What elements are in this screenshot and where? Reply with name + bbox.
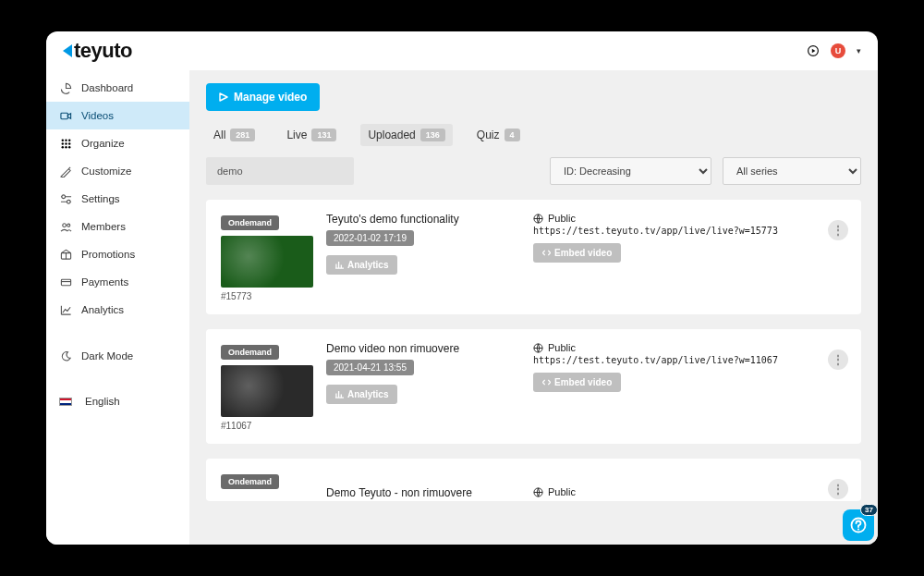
sidebar-item-label: Payments	[81, 276, 128, 288]
globe-icon	[533, 214, 543, 224]
globe-icon	[533, 343, 543, 353]
sidebar-item-customize[interactable]: Customize	[46, 157, 189, 185]
sidebar-item-label: Customize	[81, 165, 131, 177]
video-url: https://test.teyuto.tv/app/live/live?w=1…	[533, 226, 846, 236]
tab-count: 281	[230, 129, 255, 141]
video-icon	[59, 109, 72, 122]
members-icon	[59, 220, 72, 233]
video-card: Ondemand #11067 Demo video non rimuovere…	[206, 329, 861, 444]
tab-count: 131	[311, 129, 336, 141]
sidebar-item-settings[interactable]: Settings	[46, 185, 189, 213]
svg-point-8	[61, 146, 63, 148]
help-button[interactable]: 37	[843, 509, 874, 541]
code-icon	[542, 378, 551, 386]
svg-rect-16	[61, 279, 70, 286]
video-thumbnail[interactable]	[221, 365, 313, 417]
sidebar-item-organize[interactable]: Organize	[46, 129, 189, 157]
svg-point-6	[65, 142, 67, 144]
manage-video-label: Manage video	[234, 91, 307, 104]
more-menu-button[interactable]: ⋮	[828, 349, 848, 370]
card-thumbnail-col: Ondemand #11067	[221, 342, 313, 431]
svg-point-11	[61, 194, 65, 198]
series-select[interactable]: All series	[723, 157, 861, 185]
more-menu-button[interactable]: ⋮	[828, 220, 848, 240]
embed-button[interactable]: Embed video	[533, 243, 621, 263]
video-title: Demo video non rimuovere	[326, 342, 520, 355]
svg-rect-1	[60, 113, 67, 119]
brand-logo[interactable]: teyuto	[63, 39, 132, 63]
help-icon	[850, 517, 867, 533]
tab-uploaded[interactable]: Uploaded 136	[360, 124, 452, 146]
help-count-badge: 37	[860, 504, 878, 516]
tab-live[interactable]: Live 131	[279, 124, 344, 146]
user-avatar[interactable]: U	[831, 43, 845, 58]
globe-icon	[533, 487, 543, 497]
analytics-icon	[59, 303, 72, 316]
svg-point-5	[61, 142, 63, 144]
video-thumbnail[interactable]	[221, 236, 313, 288]
filter-tabs: All 281 Live 131 Uploaded 136 Quiz 4	[206, 124, 861, 146]
analytics-button[interactable]: Analytics	[326, 255, 397, 275]
card-info-col: Demo Teyuto - non rimuovere	[326, 472, 520, 499]
svg-point-9	[65, 146, 67, 148]
svg-point-13	[62, 223, 66, 227]
svg-point-3	[65, 139, 67, 141]
sidebar-item-promotions[interactable]: Promotions	[46, 240, 189, 268]
settings-icon	[59, 192, 72, 205]
customize-icon	[59, 165, 72, 178]
payments-icon	[59, 276, 72, 288]
tab-label: Live	[286, 129, 307, 141]
visibility-row: Public	[533, 213, 846, 224]
card-thumbnail-col: Ondemand #15773	[221, 213, 313, 301]
sidebar-item-language[interactable]: English	[46, 388, 189, 414]
svg-point-10	[68, 146, 70, 148]
video-card: Ondemand Demo Teyuto - non rimuovere Pub…	[206, 459, 861, 501]
manage-video-button[interactable]: Manage video	[206, 83, 320, 111]
topbar: teyuto U ▾	[46, 31, 878, 70]
moon-icon	[59, 349, 72, 362]
sidebar-item-videos[interactable]: Videos	[46, 102, 189, 129]
sidebar-item-payments[interactable]: Payments	[46, 268, 189, 296]
chevron-down-icon[interactable]: ▾	[857, 46, 861, 55]
sidebar-item-darkmode[interactable]: Dark Mode	[46, 342, 189, 370]
video-title: Demo Teyuto - non rimuovere	[326, 486, 520, 499]
play-icon[interactable]	[807, 44, 820, 57]
tab-all[interactable]: All 281	[206, 124, 262, 146]
app-frame: teyuto U ▾ Dashboard Videos Organize	[46, 31, 878, 545]
sidebar-item-members[interactable]: Members	[46, 213, 189, 240]
body: Dashboard Videos Organize Customize Sett…	[46, 70, 878, 545]
tab-quiz[interactable]: Quiz 4	[469, 124, 528, 146]
analytics-label: Analytics	[347, 260, 388, 270]
ondemand-tag: Ondemand	[221, 345, 279, 360]
sidebar-item-label: Analytics	[81, 304, 124, 315]
more-menu-button[interactable]: ⋮	[828, 479, 848, 499]
sidebar-item-label: Settings	[81, 193, 120, 204]
search-input[interactable]	[206, 157, 354, 185]
sort-select[interactable]: ID: Decreasing	[550, 157, 711, 185]
visibility-row: Public	[533, 342, 846, 353]
embed-label: Embed video	[554, 248, 612, 258]
analytics-button[interactable]: Analytics	[326, 385, 397, 404]
tab-label: Quiz	[477, 129, 500, 141]
sidebar-item-label: English	[85, 396, 120, 407]
visibility-label: Public	[548, 213, 576, 224]
sidebar-item-label: Dashboard	[81, 82, 133, 93]
embed-button[interactable]: Embed video	[533, 373, 621, 392]
sidebar-item-dashboard[interactable]: Dashboard	[46, 74, 189, 102]
video-date: 2022-01-02 17:19	[326, 230, 414, 246]
tab-label: Uploaded	[368, 129, 415, 141]
brand-name: teyuto	[74, 39, 132, 63]
sidebar-item-analytics[interactable]: Analytics	[46, 296, 189, 324]
visibility-label: Public	[548, 342, 576, 353]
chart-icon	[335, 390, 344, 398]
card-url-col: Public https://test.teyuto.tv/app/live/l…	[533, 342, 846, 431]
sidebar-item-label: Members	[81, 221, 126, 232]
svg-point-21	[857, 529, 859, 531]
ondemand-tag: Ondemand	[221, 474, 279, 489]
video-card: Ondemand #15773 Teyuto's demo functional…	[206, 200, 861, 314]
svg-point-14	[67, 224, 69, 227]
card-url-col: Public https://test.teyuto.tv/app/live/l…	[533, 213, 846, 301]
dashboard-icon	[59, 81, 72, 94]
video-id: #11067	[221, 421, 313, 431]
visibility-label: Public	[548, 486, 576, 497]
